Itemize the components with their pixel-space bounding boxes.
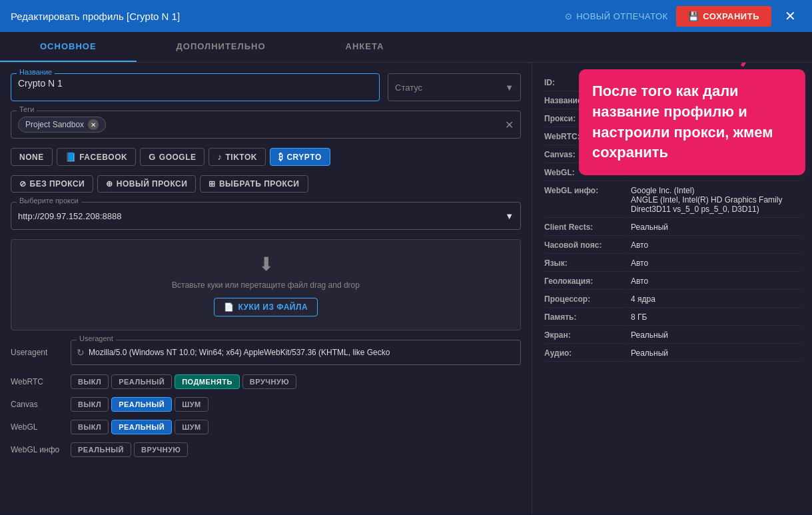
name-field-wrap: Название	[11, 73, 380, 101]
info-value: Реальный	[625, 345, 800, 362]
info-table-row: Язык: Авто	[544, 255, 800, 272]
info-key: Процессор:	[544, 291, 624, 308]
platform-google-button[interactable]: G GOOGLE	[140, 148, 204, 166]
right-panel: ↗ После того как дали название профилю и…	[532, 63, 812, 514]
name-input[interactable]	[18, 78, 372, 89]
platform-none-button[interactable]: NONE	[11, 148, 53, 166]
proxy-select-field-label: Выберите прокси	[17, 197, 81, 205]
tab-questionnaire[interactable]: АНКЕТА	[306, 32, 424, 62]
window-title: Редактировать профиль [Crypto N 1]	[11, 11, 180, 22]
proxy-action-buttons: ⊘ БЕЗ ПРОКСИ ⊕ НОВЫЙ ПРОКСИ ⊞ ВЫБРАТЬ ПР…	[11, 175, 521, 193]
info-table-row: Аудио: Реальный	[544, 345, 800, 362]
webgl-info-options: РЕАЛЬНЫЙ ВРУЧНУЮ	[71, 442, 188, 457]
status-select[interactable]: Статус ▼	[388, 73, 521, 101]
no-proxy-label: БЕЗ ПРОКСИ	[30, 179, 85, 189]
new-proxy-label: НОВЫЙ ПРОКСИ	[117, 179, 188, 189]
canvas-label: Canvas	[11, 400, 64, 409]
webrtc-off-button[interactable]: ВЫКЛ	[71, 374, 109, 389]
facebook-label: FACEBOOK	[79, 153, 127, 162]
info-value: Google Inc. (Intel) ANGLE (Intel, Intel(…	[625, 183, 800, 218]
info-value: Реальный	[625, 327, 800, 344]
proxy-select-wrap: Выберите прокси http://209.97.152.208:88…	[11, 202, 521, 230]
info-value: 8 ГБ	[625, 309, 800, 326]
useragent-row-label: Useragent	[11, 348, 64, 357]
title-bar: Редактировать профиль [Crypto N 1] ⊙ НОВ…	[0, 0, 812, 32]
canvas-noise-button[interactable]: ШУМ	[175, 397, 208, 412]
info-table-row: Часовой пояс: Авто	[544, 237, 800, 254]
info-key: Часовой пояс:	[544, 237, 624, 254]
webgl-noise-button[interactable]: ШУМ	[175, 420, 208, 434]
status-chevron-icon: ▼	[505, 83, 514, 93]
cookie-file-label: КУКИ ИЗ ФАЙЛА	[238, 302, 308, 312]
platform-tiktok-button[interactable]: ♪ TIKTOK	[208, 148, 265, 166]
title-bar-actions: ⊙ НОВЫЙ ОТПЕЧАТОК 💾 СОХРАНИТЬ ✕	[565, 5, 801, 27]
info-value: Авто	[625, 255, 800, 272]
cookie-drop-area[interactable]: ⬇ Вставьте куки или перетащите файл drag…	[11, 239, 521, 330]
info-table-row: Экран: Реальный	[544, 327, 800, 344]
webrtc-real-button[interactable]: РЕАЛЬНЫЙ	[111, 374, 172, 389]
info-table-row: WebGL инфо: Google Inc. (Intel) ANGLE (I…	[544, 183, 800, 218]
cookie-upload-icon: ⬇	[258, 253, 274, 275]
tiktok-label: TIKTOK	[225, 153, 256, 162]
cookie-drop-text: Вставьте куки или перетащите файл drag a…	[172, 280, 360, 290]
info-table-row: Client Rects: Реальный	[544, 219, 800, 236]
left-panel: Название Статус ▼ Теги Project Sandbox ✕	[0, 63, 532, 514]
webrtc-row: WebRTC ВЫКЛ РЕАЛЬНЫЙ ПОДМЕНЯТЬ ВРУЧНУЮ	[11, 374, 521, 389]
info-key: Аудио:	[544, 345, 624, 362]
platform-facebook-button[interactable]: 📘 FACEBOOK	[57, 148, 137, 166]
info-key: Язык:	[544, 255, 624, 272]
webgl-info-row: WebGL инфо РЕАЛЬНЫЙ ВРУЧНУЮ	[11, 442, 521, 457]
webgl-off-button[interactable]: ВЫКЛ	[71, 420, 109, 434]
webgl-info-label: WebGL инфо	[11, 445, 64, 454]
info-table-row: Геолокация: Авто	[544, 273, 800, 290]
no-proxy-button[interactable]: ⊘ БЕЗ ПРОКСИ	[11, 175, 93, 193]
useragent-refresh-icon[interactable]: ↻	[77, 347, 85, 358]
tags-inner: Project Sandbox ✕ ✕	[18, 117, 514, 133]
tag-label: Project Sandbox	[25, 120, 84, 129]
info-value: Авто	[625, 237, 800, 254]
info-value: Реальный	[625, 219, 800, 236]
cookie-file-icon: 📄	[224, 302, 234, 312]
webgl-info-real-button[interactable]: РЕАЛЬНЫЙ	[71, 442, 131, 457]
choose-proxy-label: ВЫБРАТЬ ПРОКСИ	[219, 179, 300, 189]
fingerprint-icon: ⊙	[565, 11, 573, 21]
callout-text: После того как дали название профилю и н…	[592, 81, 792, 163]
save-button[interactable]: 💾 СОХРАНИТЬ	[676, 6, 771, 27]
tag-project-sandbox: Project Sandbox ✕	[18, 117, 106, 133]
new-proxy-button[interactable]: ⊕ НОВЫЙ ПРОКСИ	[97, 175, 196, 193]
tags-section: Теги Project Sandbox ✕ ✕	[11, 111, 521, 139]
tiktok-icon: ♪	[217, 152, 222, 162]
tab-basic[interactable]: ОСНОВНОЕ	[0, 32, 137, 62]
proxy-chevron-icon: ▼	[505, 211, 514, 221]
proxy-select-dropdown[interactable]: http://209.97.152.208:8888 ▼	[18, 203, 514, 229]
tags-list: Project Sandbox ✕	[18, 117, 106, 133]
proxy-value: http://209.97.152.208:8888	[18, 211, 121, 221]
canvas-row: Canvas ВЫКЛ РЕАЛЬНЫЙ ШУМ	[11, 397, 521, 412]
tags-clear-button[interactable]: ✕	[505, 119, 514, 131]
webrtc-replace-button[interactable]: ПОДМЕНЯТЬ	[175, 374, 240, 389]
close-button[interactable]: ✕	[779, 5, 801, 27]
webrtc-manual-button[interactable]: ВРУЧНУЮ	[242, 374, 296, 389]
useragent-row: Useragent Useragent ↻	[11, 340, 521, 365]
info-key: WebGL инфо:	[544, 183, 624, 218]
crypto-icon: ₿	[278, 152, 284, 162]
info-key: Экран:	[544, 327, 624, 344]
canvas-real-button[interactable]: РЕАЛЬНЫЙ	[111, 397, 172, 412]
webgl-real-button[interactable]: РЕАЛЬНЫЙ	[111, 420, 172, 434]
useragent-input[interactable]	[89, 348, 515, 357]
webrtc-label: WebRTC	[11, 377, 64, 386]
tags-label: Теги	[17, 105, 37, 113]
new-fingerprint-button[interactable]: ⊙ НОВЫЙ ОТПЕЧАТОК	[565, 11, 668, 21]
webgl-row: WebGL ВЫКЛ РЕАЛЬНЫЙ ШУМ	[11, 420, 521, 434]
platform-crypto-button[interactable]: ₿ CRYPTO	[270, 148, 330, 166]
canvas-off-button[interactable]: ВЫКЛ	[71, 397, 109, 412]
webgl-label: WebGL	[11, 422, 64, 432]
useragent-input-wrap: Useragent ↻	[71, 340, 521, 365]
tab-additional[interactable]: ДОПОЛНИТЕЛЬНО	[137, 32, 306, 62]
choose-proxy-button[interactable]: ⊞ ВЫБРАТЬ ПРОКСИ	[200, 175, 308, 193]
tag-remove-button[interactable]: ✕	[88, 119, 99, 130]
webgl-info-manual-button[interactable]: ВРУЧНУЮ	[134, 442, 188, 457]
facebook-icon: 📘	[65, 152, 77, 162]
info-key: Client Rects:	[544, 219, 624, 236]
cookie-file-button[interactable]: 📄 КУКИ ИЗ ФАЙЛА	[214, 298, 318, 316]
